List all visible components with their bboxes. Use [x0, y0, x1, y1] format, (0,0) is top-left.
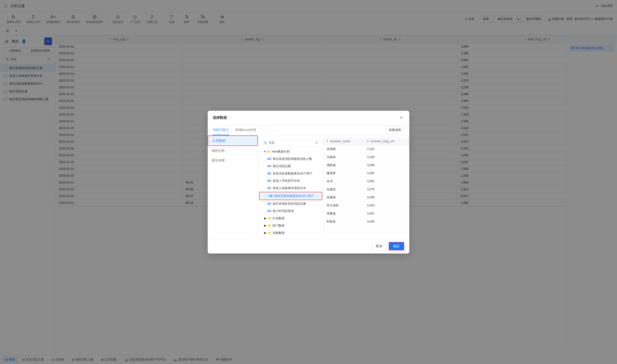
folder-icon-industry: 📁 [267, 216, 271, 220]
preview-col-type-T: T [327, 140, 328, 143]
modal-tab-excel[interactable]: 本地Excel文件 [235, 125, 256, 135]
tree-label-func: 功能数据 [272, 231, 285, 235]
preview-row: 时咏歌3,050 [324, 217, 409, 226]
tree-folder-industry[interactable]: ▶ 📁 行业数据 [258, 215, 323, 222]
modal-left-mine[interactable]: 我的分析 [208, 146, 258, 156]
db-icon-4: DB [267, 187, 271, 190]
preview-cell-0-1: 3,101 [364, 145, 409, 153]
db-icon-5: DB [269, 194, 273, 197]
tree-expand-icon-industry: ▶ [264, 216, 266, 220]
db-icon-3: DB [267, 179, 271, 182]
preview-col-type-hash: # [367, 140, 368, 143]
preview-row: 高紫南3,059 [324, 193, 409, 201]
cancel-btn[interactable]: 取消 [372, 242, 387, 250]
preview-row: 来夏旋3,051 [324, 209, 409, 217]
preview-cell-3-0: 覆晨希 [324, 169, 364, 177]
preview-cell-6-0: 高紫南 [324, 193, 364, 201]
preview-cell-1-0: 马新林 [324, 153, 364, 161]
modal-header: 选择数据 ✕ [208, 111, 409, 125]
db-icon-7: DB [267, 209, 271, 212]
preview-cell-9-0: 时咏歌 [324, 217, 364, 226]
preview-cell-9-1: 3,050 [364, 217, 409, 226]
tree-label-phone-model: 发送人手机型号分布 [273, 179, 300, 183]
tree-item-top10-receive[interactable]: DB 接收消息条数最多的10个用户 [259, 192, 322, 200]
preview-table: T receiver_name # receiver_msg_cnt 袁凌晴3,… [324, 137, 409, 226]
preview-cell-0-0: 袁凌晴 [324, 145, 364, 153]
modal-filter-icon[interactable]: ⚙ [315, 141, 318, 144]
tree-folder-hive[interactable]: ▾ 📁 Hive数据分析 [258, 148, 323, 155]
preview-cell-4-1: 3,091 [364, 177, 409, 185]
tree-expand-icon-dept: ▶ [264, 224, 266, 227]
preview-row: 潮凯捷3,099 [324, 161, 409, 169]
preview-cell-7-0: 宰父俏美 [324, 201, 364, 209]
modal-right-preview: T receiver_name # receiver_msg_cnt 袁凌晴3,… [324, 135, 409, 239]
preview-cell-2-0: 潮凯捷 [324, 161, 364, 169]
tree-label-daily-total: 每日消息总量 [273, 164, 291, 168]
db-icon-0: DB [267, 157, 271, 160]
tree-item-top10-send[interactable]: DB 发送消息条数最多的10个用户 [258, 170, 323, 177]
preview-cell-8-0: 来夏旋 [324, 209, 364, 217]
tree-label-top10-receive: 接收消息条数最多的10个用户 [274, 194, 314, 198]
tree-label-device-os: 发送人设备操作系统分布 [273, 186, 306, 190]
preview-row: 袁凌晴3,101 [324, 145, 409, 153]
tree-folder-dept[interactable]: ▶ 📁 部门数据 [258, 222, 323, 229]
modal-batch-select-area: 批量选择 [386, 126, 404, 134]
modal-close-btn[interactable]: ✕ [398, 115, 404, 121]
modal-overlay: 选择数据 ✕ 当前工程上 本地Excel文件 批量选择 公共数据 我的分析 最近… [0, 0, 617, 364]
preview-row: 肖沛3,091 [324, 177, 409, 185]
preview-row: 宰父俏美3,053 [324, 201, 409, 209]
tree-item-daily-send[interactable]: DB 每日发送消息和接收消息人数 [258, 155, 323, 163]
modal-search-box[interactable]: 🔍 ⚙ [261, 139, 320, 146]
preview-cell-3-1: 3,092 [364, 169, 409, 177]
preview-cell-5-0: 化凝丝 [324, 185, 364, 193]
modal-search-icon: 🔍 [263, 141, 267, 144]
tree-item-daily-region[interactable]: DB 每日各地区发送消息总量 [258, 200, 323, 207]
preview-cell-7-1: 3,053 [364, 201, 409, 209]
batch-select-btn[interactable]: 批量选择 [386, 126, 404, 134]
select-data-modal: 选择数据 ✕ 当前工程上 本地Excel文件 批量选择 公共数据 我的分析 最近… [208, 111, 409, 253]
tree-item-daily-total[interactable]: DB 每日消息总量 [258, 163, 323, 170]
db-icon-6: DB [267, 202, 271, 205]
preview-row: 覆晨希3,092 [324, 169, 409, 177]
modal-center-tree: 🔍 ⚙ ▾ 📁 Hive数据分析 DB 每日发送消息和接收消息人数 DB 每日消… [258, 135, 324, 239]
modal-left-public[interactable]: 公共数据 [208, 135, 258, 146]
tree-label-top10-send: 发送消息条数最多的10个用户 [273, 171, 312, 176]
db-icon-2: DB [267, 172, 271, 175]
modal-search-input[interactable] [269, 141, 314, 144]
tree-label-hive: Hive数据分析 [272, 150, 290, 154]
modal-tab-current[interactable]: 当前工程上 [213, 125, 229, 135]
db-icon-1: DB [267, 165, 271, 168]
modal-left-recent[interactable]: 最近选择 [208, 156, 258, 165]
preview-row: 马新林3,100 [324, 153, 409, 161]
confirm-btn[interactable]: 确定 [389, 242, 404, 250]
preview-col-name[interactable]: T receiver_name [324, 137, 364, 145]
preview-cell-8-1: 3,051 [364, 209, 409, 217]
tree-item-phone-model[interactable]: DB 发送人手机型号分布 [258, 177, 323, 185]
tree-expand-icon-func: ▶ [264, 231, 266, 235]
tree-label-daily-region: 每日各地区发送消息总量 [273, 202, 306, 206]
tree-label-dept: 部门数据 [272, 224, 285, 228]
modal-left-nav: 公共数据 我的分析 最近选择 [208, 135, 258, 239]
folder-icon-func: 📁 [267, 231, 271, 235]
tree-label-daily-send: 每日发送消息和接收消息人数 [273, 157, 312, 161]
tree-expand-icon: ▾ [264, 150, 266, 153]
preview-row: 化凝丝3,076 [324, 185, 409, 193]
modal-footer: 取消 确定 [208, 239, 409, 253]
tree-folder-func[interactable]: ▶ 📁 功能数据 [258, 229, 323, 237]
preview-cell-1-1: 3,100 [364, 153, 409, 161]
preview-cell-6-1: 3,059 [364, 193, 409, 201]
preview-col-count[interactable]: # receiver_msg_cnt [364, 137, 409, 145]
tree-label-hourly: 每小时消息情况 [273, 209, 294, 213]
folder-icon-hive: 📁 [267, 150, 271, 154]
tree-label-industry: 行业数据 [272, 216, 285, 221]
preview-cell-2-1: 3,099 [364, 161, 409, 169]
modal-title: 选择数据 [213, 116, 227, 120]
tree-item-device-os[interactable]: DB 发送人设备操作系统分布 [258, 185, 323, 192]
preview-cell-5-1: 3,076 [364, 185, 409, 193]
folder-icon-dept: 📁 [267, 224, 271, 228]
modal-tabs: 当前工程上 本地Excel文件 批量选择 [208, 125, 409, 135]
modal-body: 公共数据 我的分析 最近选择 🔍 ⚙ ▾ 📁 Hive数据分析 DB [208, 135, 409, 239]
preview-cell-4-0: 肖沛 [324, 177, 364, 185]
tree-item-hourly[interactable]: DB 每小时消息情况 [258, 207, 323, 215]
